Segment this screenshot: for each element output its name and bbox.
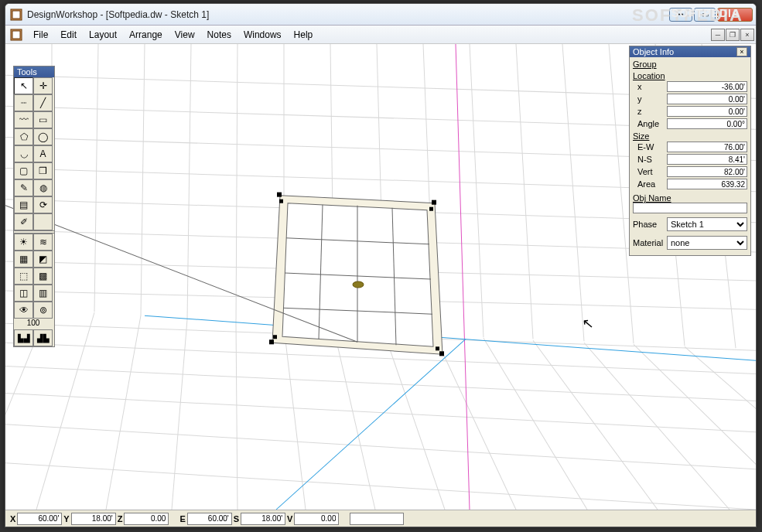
status-e-input[interactable] <box>187 513 232 525</box>
window-title: DesignWorkshop - [Softpedia.dw - Sketch … <box>27 9 209 20</box>
tool-horizon[interactable]: ≋ <box>33 234 53 251</box>
oi-ew-label: E-W <box>633 142 667 152</box>
tool-paint[interactable]: ▤ <box>14 196 33 213</box>
svg-line-36 <box>484 338 587 510</box>
tool-iso[interactable]: ◫ <box>14 285 33 302</box>
status-s-label: S <box>234 514 239 523</box>
tool-line[interactable]: ╱ <box>33 94 53 111</box>
oi-angle-input[interactable] <box>667 118 747 129</box>
tool-blank[interactable] <box>33 213 53 230</box>
tools-title[interactable]: Tools <box>14 66 54 77</box>
tool-circle[interactable]: ◯ <box>33 128 53 145</box>
minimize-button[interactable]: ━ <box>669 8 692 22</box>
svg-point-59 <box>353 281 364 288</box>
svg-rect-1 <box>12 11 20 19</box>
tool-zoom-value[interactable]: 100 <box>14 319 53 329</box>
oi-z-input[interactable] <box>667 106 747 117</box>
tool-target[interactable]: ⊚ <box>33 302 53 319</box>
mdi-minimize-button[interactable]: ─ <box>711 29 725 41</box>
oi-phase-select[interactable]: Sketch 1 <box>667 217 747 231</box>
oi-ns-label: N-S <box>633 155 667 164</box>
oi-angle-label: Angle <box>633 119 667 128</box>
svg-rect-61 <box>432 200 436 205</box>
menu-notes[interactable]: Notes <box>201 28 237 42</box>
status-z-input[interactable] <box>124 513 169 525</box>
statusbar: X Y Z E S V <box>5 510 756 527</box>
svg-line-49 <box>276 339 466 510</box>
oi-area-input[interactable] <box>667 179 747 189</box>
status-extra-input[interactable] <box>350 513 404 525</box>
tool-cube[interactable]: ❒ <box>33 162 53 179</box>
tool-skyline-1[interactable]: ▙▟ <box>14 329 33 346</box>
app-icon <box>10 9 22 21</box>
tool-polyline[interactable]: 〰 <box>14 111 33 128</box>
oi-y-input[interactable] <box>667 94 747 104</box>
tool-select[interactable]: ↖ <box>14 77 33 94</box>
svg-line-46 <box>5 463 756 510</box>
svg-line-30 <box>172 319 187 510</box>
tool-eye[interactable]: 👁 <box>14 302 33 319</box>
tool-arc[interactable]: ◡ <box>14 145 33 162</box>
svg-line-5 <box>94 44 98 312</box>
tool-eraser[interactable]: ◍ <box>33 179 53 196</box>
oi-objname-input[interactable] <box>633 203 747 213</box>
tool-grid[interactable]: ▦ <box>14 251 33 268</box>
tool-polygon[interactable]: ⬠ <box>14 128 33 145</box>
oi-phase-label: Phase <box>633 220 667 229</box>
tool-eyedropper[interactable]: ✐ <box>14 213 33 230</box>
tool-wireframe[interactable]: ⬚ <box>14 268 33 285</box>
tool-section[interactable]: ▥ <box>33 285 53 302</box>
document-icon <box>10 29 22 41</box>
tool-pencil[interactable]: ✎ <box>14 179 33 196</box>
tool-sun[interactable]: ☀ <box>14 234 33 251</box>
svg-line-14 <box>516 44 533 339</box>
svg-line-8 <box>236 44 237 323</box>
mdi-restore-button[interactable]: ❐ <box>726 29 740 41</box>
status-v-input[interactable] <box>294 513 339 525</box>
object-info-title[interactable]: Object Info × <box>630 46 750 57</box>
tool-crosshair[interactable]: ✛ <box>33 77 53 94</box>
svg-line-45 <box>5 425 756 469</box>
status-s-input[interactable] <box>241 513 285 525</box>
status-x-input[interactable] <box>17 513 62 525</box>
tool-perspective[interactable]: ◩ <box>33 251 53 268</box>
tool-line-dashed[interactable]: ┈ <box>14 94 33 111</box>
svg-rect-66 <box>436 346 439 350</box>
oi-ns-input[interactable] <box>667 154 747 165</box>
menu-view[interactable]: View <box>169 28 201 42</box>
mdi-close-button[interactable]: × <box>740 29 754 41</box>
tool-rotate[interactable]: ⟳ <box>33 196 53 213</box>
tool-text[interactable]: A <box>33 145 53 162</box>
oi-area-label: Area <box>633 179 667 189</box>
maximize-button[interactable]: ▭ <box>694 8 716 22</box>
svg-line-37 <box>533 340 658 510</box>
menubar: File Edit Layout Arrange View Notes Wind… <box>5 26 756 44</box>
menu-edit[interactable]: Edit <box>54 28 83 42</box>
status-e-label: E <box>179 514 185 523</box>
close-button[interactable]: ✕ <box>717 8 753 22</box>
menu-file[interactable]: File <box>27 28 54 42</box>
menu-layout[interactable]: Layout <box>83 28 123 42</box>
object-info-close-button[interactable]: × <box>736 47 747 56</box>
oi-x-input[interactable] <box>667 81 747 92</box>
status-y-label: Y <box>63 514 69 523</box>
menu-help[interactable]: Help <box>288 28 319 42</box>
tool-rectangle[interactable]: ▭ <box>33 111 53 128</box>
oi-material-select[interactable]: none <box>667 236 747 250</box>
tool-skyline-2[interactable]: ▟▙ <box>33 329 53 346</box>
svg-line-6 <box>141 44 145 315</box>
object-info-palette[interactable]: Object Info × Group Location x y z Angle… <box>629 46 751 256</box>
titlebar[interactable]: DesignWorkshop - [Softpedia.dw - Sketch … <box>5 4 756 26</box>
oi-ew-input[interactable] <box>667 142 747 152</box>
menu-arrange[interactable]: Arrange <box>123 28 169 42</box>
oi-location-label: Location <box>633 71 747 80</box>
client-area: ↖ Tools ↖ ✛ ┈ ╱ 〰 ▭ ⬠ ◯ ◡ A ▢ ❒ ✎ ◍ ▤ ⟳ <box>5 44 756 510</box>
tool-shaded[interactable]: ▩ <box>33 268 53 285</box>
oi-vert-input[interactable] <box>667 166 747 177</box>
svg-line-31 <box>236 323 237 510</box>
tools-palette[interactable]: Tools ↖ ✛ ┈ ╱ 〰 ▭ ⬠ ◯ ◡ A ▢ ❒ ✎ ◍ ▤ ⟳ ✐ <box>13 66 55 347</box>
menu-windows[interactable]: Windows <box>237 28 288 42</box>
tool-box[interactable]: ▢ <box>14 162 33 179</box>
status-y-input[interactable] <box>71 513 116 525</box>
status-v-label: V <box>287 514 292 523</box>
